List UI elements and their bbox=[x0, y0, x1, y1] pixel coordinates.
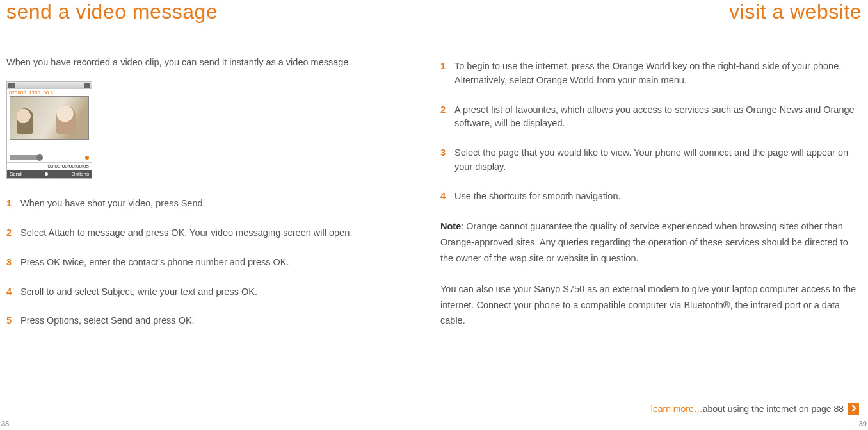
step-number: 2 bbox=[440, 103, 454, 131]
step-number: 4 bbox=[6, 285, 20, 299]
steps-left: 1When you have shot your video, press Se… bbox=[6, 197, 428, 328]
step-number: 1 bbox=[6, 197, 20, 211]
list-item: 3Press OK twice, enter the contact's pho… bbox=[6, 256, 428, 270]
step-text: When you have shot your video, press Sen… bbox=[20, 197, 205, 211]
page-number-right: 39 bbox=[859, 420, 867, 427]
step-number: 3 bbox=[440, 146, 454, 174]
step-text: Press Options, select Send and press OK. bbox=[20, 314, 195, 328]
arrow-right-icon bbox=[848, 403, 859, 415]
list-item: 1When you have shot your video, press Se… bbox=[6, 197, 428, 211]
step-text: Select the page that you would like to v… bbox=[454, 146, 862, 174]
step-number: 4 bbox=[440, 190, 454, 204]
intro-left: When you have recorded a video clip, you… bbox=[6, 56, 428, 69]
list-item: 4Use the shortcuts for smooth navigation… bbox=[440, 190, 862, 204]
list-item: 1To begin to use the internet, press the… bbox=[440, 60, 862, 88]
page-title-right: visit a website bbox=[440, 0, 862, 24]
step-number: 1 bbox=[440, 60, 454, 88]
phone-softkeys: Send Options bbox=[7, 170, 92, 178]
steps-right: 1To begin to use the internet, press the… bbox=[440, 60, 862, 203]
learn-more-prefix: learn more… bbox=[651, 404, 703, 414]
phone-camera-bar bbox=[7, 153, 92, 162]
learn-more: learn more… about using the internet on … bbox=[651, 403, 859, 415]
step-text: Press OK twice, enter the contact's phon… bbox=[20, 256, 289, 270]
phone-video-preview bbox=[10, 96, 89, 140]
list-item: 3Select the page that you would like to … bbox=[440, 146, 862, 174]
step-number: 5 bbox=[6, 314, 20, 328]
page-title-left: send a video message bbox=[6, 0, 428, 24]
phone-time: 00:00:00/00:00:05 bbox=[7, 162, 92, 170]
note-label: Note bbox=[440, 221, 461, 231]
learn-more-text: about using the internet on page 88 bbox=[703, 404, 844, 414]
step-number: 3 bbox=[6, 256, 20, 270]
step-text: To begin to use the internet, press the … bbox=[454, 60, 862, 88]
phone-softkey-right: Options bbox=[71, 171, 89, 177]
step-number: 2 bbox=[6, 226, 20, 240]
list-item: 4Scroll to and select Subject, write you… bbox=[6, 285, 428, 299]
list-item: 5Press Options, select Send and press OK… bbox=[6, 314, 428, 328]
list-item: 2A preset list of favourites, which allo… bbox=[440, 103, 862, 131]
step-text: Use the shortcuts for smooth navigation. bbox=[454, 190, 621, 204]
phone-status-bar bbox=[7, 82, 92, 89]
phone-clip-name: 020805_1336_00.3 bbox=[7, 89, 92, 96]
phone-screenshot: 020805_1336_00.3 00:00:00/00:00:05 Send … bbox=[6, 81, 92, 179]
note-block: Note: Orange cannot guarantee the qualit… bbox=[440, 219, 862, 266]
step-text: Select Attach to message and press OK. Y… bbox=[20, 226, 352, 240]
extra-paragraph: You can also use your Sanyo S750 as an e… bbox=[440, 281, 862, 329]
phone-softkey-left: Send bbox=[10, 171, 22, 177]
phone-softkey-center-icon bbox=[45, 172, 48, 176]
list-item: 2Select Attach to message and press OK. … bbox=[6, 226, 428, 240]
note-text: : Orange cannot guarantee the quality of… bbox=[440, 221, 848, 263]
step-text: A preset list of favourites, which allow… bbox=[454, 103, 862, 131]
step-text: Scroll to and select Subject, write your… bbox=[20, 285, 257, 299]
page-number-left: 38 bbox=[1, 420, 9, 427]
